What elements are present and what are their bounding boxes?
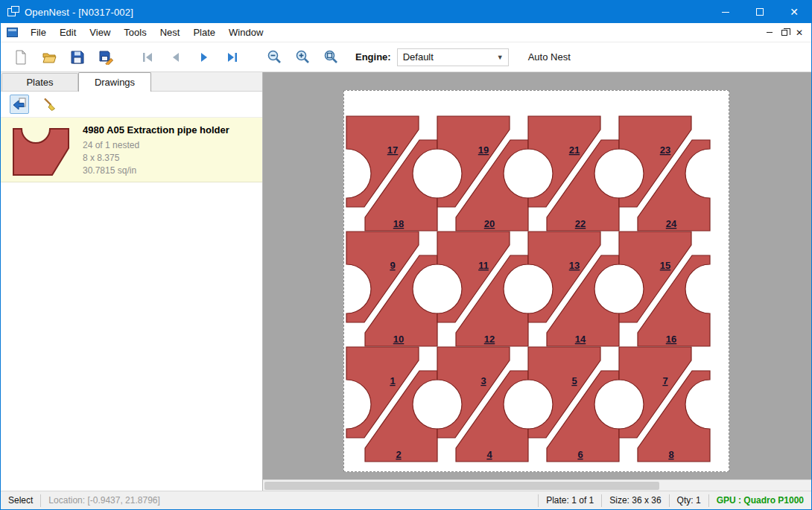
engine-label: Engine: <box>355 51 391 63</box>
part-number-label: 14 <box>575 334 586 345</box>
minimize-icon <box>722 12 729 13</box>
part-number-label: 21 <box>569 144 580 156</box>
status-location: Location: [-0.9437, 21.8796] <box>41 491 167 509</box>
status-mode: Select <box>1 491 40 509</box>
part-number-label: 24 <box>666 218 677 229</box>
part-number-label: 22 <box>575 218 586 229</box>
tab-plates[interactable]: Plates <box>1 73 78 91</box>
import-drawing-button[interactable] <box>10 95 29 114</box>
auto-nest-button[interactable]: Auto Nest <box>524 48 575 66</box>
previous-plate-button[interactable] <box>165 46 187 68</box>
nest-canvas[interactable]: 171819202122232491011121314151612345678 <box>263 72 811 491</box>
drawings-toolbar <box>1 92 262 117</box>
part-number-label: 9 <box>390 260 395 271</box>
zoom-fit-icon <box>323 49 339 65</box>
main-toolbar: Engine: Default ▼ Auto Nest <box>1 42 811 72</box>
part-number-label: 7 <box>662 375 667 386</box>
drawing-list-item[interactable]: 4980 A05 Extraction pipe holder 24 of 1 … <box>1 117 262 182</box>
app-icon <box>7 6 19 18</box>
sidebar: Plates Drawings <box>1 72 263 491</box>
status-qty: Qty: 1 <box>670 491 708 509</box>
part-number-label: 15 <box>660 260 670 271</box>
part-number-label: 18 <box>393 218 404 229</box>
broom-icon <box>42 97 57 112</box>
maximize-icon <box>756 8 764 16</box>
zoom-out-button[interactable] <box>263 46 285 68</box>
child-minimize-button[interactable] <box>762 26 777 39</box>
child-minimize-icon <box>767 32 773 33</box>
part-number-label: 19 <box>478 144 489 156</box>
scrollbar-thumb[interactable] <box>264 482 659 490</box>
status-bar: Select Location: [-0.9437, 21.8796] Plat… <box>1 491 811 509</box>
menu-tools[interactable]: Tools <box>117 24 153 41</box>
nest-svg: 171819202122232491011121314151612345678 <box>344 91 729 471</box>
document-icon[interactable] <box>7 28 18 37</box>
drawing-area: 30.7815 sq/in <box>83 165 229 177</box>
first-plate-button[interactable] <box>136 46 159 68</box>
new-button[interactable] <box>10 46 32 68</box>
child-close-icon: ✕ <box>796 28 803 37</box>
part-number-label: 6 <box>577 449 583 460</box>
child-restore-button[interactable] <box>777 26 792 39</box>
part-number-label: 12 <box>484 334 495 345</box>
clean-button[interactable] <box>39 95 59 114</box>
part-number-label: 16 <box>666 334 676 345</box>
part-number-label: 8 <box>668 449 673 460</box>
sidebar-tabstrip: Plates Drawings <box>1 72 262 92</box>
next-icon <box>197 50 212 65</box>
status-gpu: GPU : Quadro P1000 <box>709 491 811 509</box>
engine-select[interactable]: Default ▼ <box>397 48 509 66</box>
window-title: OpenNest - [N0317-002] <box>25 7 133 18</box>
part-thumbnail <box>7 121 75 178</box>
drawing-nested-count: 24 of 1 nested <box>83 139 229 152</box>
menu-window[interactable]: Window <box>222 24 270 41</box>
child-close-button[interactable]: ✕ <box>792 26 807 39</box>
zoom-in-button[interactable] <box>291 46 314 68</box>
drawing-dimensions: 8 x 8.375 <box>83 152 229 165</box>
plate: 171819202122232491011121314151612345678 <box>343 90 729 472</box>
menu-view[interactable]: View <box>83 24 117 41</box>
maximize-button[interactable] <box>743 1 777 23</box>
part-number-label: 2 <box>396 449 401 460</box>
chevron-down-icon: ▼ <box>497 54 508 61</box>
previous-icon <box>168 50 183 65</box>
last-plate-button[interactable] <box>221 46 244 68</box>
horizontal-scrollbar[interactable] <box>263 479 811 491</box>
minimize-button[interactable] <box>708 1 743 23</box>
next-plate-button[interactable] <box>193 46 215 68</box>
save-button[interactable] <box>66 46 89 68</box>
part-number-label: 4 <box>486 449 492 460</box>
part-number-label: 17 <box>387 144 398 156</box>
status-plate: Plate: 1 of 1 <box>539 491 601 509</box>
child-restore-icon <box>781 30 787 36</box>
close-icon: ✕ <box>790 7 799 17</box>
import-arrow-icon <box>12 97 27 112</box>
drawing-title: 4980 A05 Extraction pipe holder <box>83 124 229 136</box>
part-number-label: 13 <box>569 260 580 271</box>
part-number-label: 1 <box>390 375 395 386</box>
menu-edit[interactable]: Edit <box>53 24 83 41</box>
new-document-icon <box>13 50 28 65</box>
menu-file[interactable]: File <box>24 24 53 41</box>
save-icon <box>70 50 85 65</box>
save-edit-icon <box>98 50 113 65</box>
zoom-fit-button[interactable] <box>320 46 342 68</box>
open-button[interactable] <box>38 46 60 68</box>
menu-nest[interactable]: Nest <box>153 24 187 41</box>
opennest-window: OpenNest - [N0317-002] ✕ File Edit View … <box>0 0 812 510</box>
save-edit-button[interactable] <box>95 46 117 68</box>
open-folder-icon <box>42 50 57 65</box>
zoom-in-icon <box>295 49 311 65</box>
menu-plate[interactable]: Plate <box>186 24 222 41</box>
part-number-label: 3 <box>480 375 486 386</box>
engine-value: Default <box>403 51 434 63</box>
last-icon <box>225 50 240 65</box>
title-bar: OpenNest - [N0317-002] ✕ <box>1 1 811 23</box>
zoom-out-icon <box>267 49 282 65</box>
status-size: Size: 36 x 36 <box>602 491 668 509</box>
menu-bar: File Edit View Tools Nest Plate Window ✕ <box>1 23 811 42</box>
first-icon <box>140 50 155 65</box>
part-number-label: 20 <box>484 218 495 229</box>
close-button[interactable]: ✕ <box>777 1 811 23</box>
tab-drawings[interactable]: Drawings <box>78 72 151 92</box>
